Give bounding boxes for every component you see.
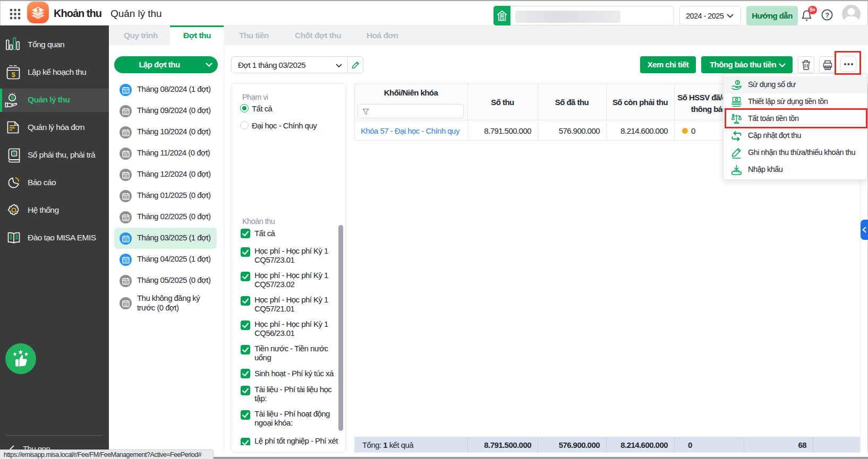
svg-text:?: ? bbox=[825, 12, 829, 19]
svg-text:$: $ bbox=[37, 7, 40, 13]
svg-text:$: $ bbox=[12, 71, 16, 79]
svg-text:$: $ bbox=[11, 94, 14, 101]
